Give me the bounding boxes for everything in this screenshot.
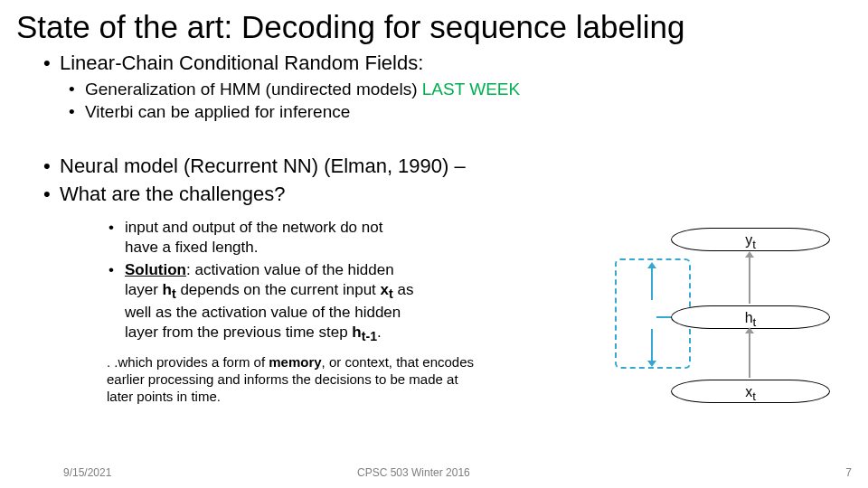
- rnn-diagram: yt ht xt: [544, 224, 834, 405]
- bullet-challenges: What are the challenges?: [43, 182, 868, 208]
- footer-date: 9/15/2021: [63, 466, 111, 479]
- bullet-neural: Neural model (Recurrent NN) (Elman, 1990…: [43, 154, 868, 180]
- bullet-crf: Linear-Chain Conditional Random Fields:: [43, 51, 868, 77]
- bullet-hmm-text: Generalization of HMM (undirected models…: [85, 80, 422, 99]
- x-label: x: [745, 384, 752, 399]
- y-sub: t: [752, 238, 756, 251]
- footer-course: CPSC 503 Winter 2016: [357, 466, 470, 479]
- blue-arrow-down-icon: [651, 329, 653, 361]
- htm1-sub: t-1: [362, 330, 377, 344]
- bullet-solution: Solution: activation value of the hidden…: [108, 260, 416, 345]
- solution-label: Solution: [125, 261, 186, 278]
- footnote-pre: . .which provides a form of: [107, 354, 269, 370]
- last-week-label: LAST WEEK: [422, 80, 520, 99]
- node-y: yt: [671, 228, 830, 251]
- x-sub: t: [752, 389, 756, 403]
- y-label: y: [745, 232, 752, 248]
- bullet-viterbi: Viterbi can be applied for inference: [69, 101, 868, 124]
- htm1: h: [352, 324, 361, 341]
- arrow-h-to-y-icon: [749, 257, 750, 304]
- period: .: [377, 324, 382, 341]
- arrow-x-to-h-icon: [749, 333, 750, 378]
- slide-title: State of the art: Decoding for sequence …: [16, 9, 868, 45]
- footer-page: 7: [845, 466, 852, 479]
- node-x: xt: [671, 380, 830, 403]
- h-label: h: [745, 310, 753, 325]
- bullet-io: input and output of the network do not h…: [108, 218, 416, 258]
- bullet-hmm: Generalization of HMM (undirected models…: [69, 79, 868, 101]
- ht: h: [163, 281, 172, 298]
- node-h: ht: [671, 305, 830, 329]
- footnote: . .which provides a form of memory, or c…: [107, 354, 477, 405]
- footnote-memory: memory: [269, 354, 321, 370]
- blue-arrow-up-icon: [651, 267, 653, 300]
- xt: x: [381, 281, 389, 298]
- solution-mid: depends on the current input: [176, 281, 381, 298]
